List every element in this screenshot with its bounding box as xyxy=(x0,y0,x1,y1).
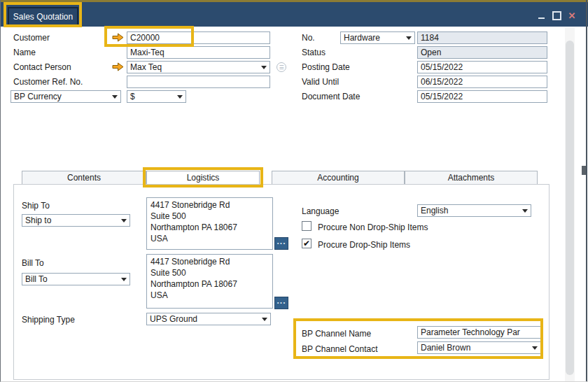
window-right-border xyxy=(586,0,587,382)
checkmark-icon: ✔ xyxy=(303,239,310,248)
shipping-type-value: UPS Ground xyxy=(150,314,197,324)
link-arrow-icon[interactable] xyxy=(112,62,124,71)
bp-channel-contact-select[interactable]: Daniel Brown xyxy=(417,341,541,354)
status-field: Open xyxy=(417,46,547,59)
bill-to-address[interactable]: 4417 Stonebridge Rd Suite 500 Northampto… xyxy=(146,254,273,309)
bill-to-value: Bill To xyxy=(25,274,48,284)
bp-channel-name-input[interactable]: Parameter Technology Par xyxy=(417,326,541,339)
shipping-type-label: Shipping Type xyxy=(22,314,75,325)
status-label: Status xyxy=(302,47,326,58)
chevron-down-icon xyxy=(262,318,267,321)
name-input[interactable]: Maxi-Teq xyxy=(127,46,270,59)
doc-number-field: 1184 xyxy=(417,31,547,44)
maximize-button[interactable] xyxy=(551,10,562,21)
close-button[interactable]: ✕ xyxy=(566,10,578,21)
chevron-down-icon xyxy=(121,219,127,222)
series-value: Hardware xyxy=(344,33,380,43)
chevron-down-icon xyxy=(522,209,528,213)
ship-to-more-button[interactable]: ... xyxy=(274,237,288,250)
bp-channel-contact-label: BP Channel Contact xyxy=(302,344,378,355)
bp-channel-name-label: BP Channel Name xyxy=(302,328,371,339)
series-select[interactable]: Hardware xyxy=(340,31,415,44)
currency-value: $ xyxy=(130,92,135,101)
bill-to-more-button[interactable]: ... xyxy=(274,297,288,309)
contact-person-select[interactable]: Max Teq xyxy=(127,61,270,73)
no-label: No. xyxy=(302,32,315,43)
window-title: Sales Quotation xyxy=(8,7,78,27)
shipping-type-select[interactable]: UPS Ground xyxy=(146,313,271,325)
contact-person-value: Max Teq xyxy=(130,62,162,72)
language-select[interactable]: English xyxy=(417,204,531,217)
bill-to-label: Bill To xyxy=(22,257,44,269)
sales-quotation-window: Sales Quotation ✕ Customer C20000 Name M… xyxy=(0,0,588,382)
chevron-down-icon xyxy=(177,95,183,99)
posting-date-input[interactable]: 05/15/2022 xyxy=(417,61,547,73)
document-date-label: Document Date xyxy=(302,91,360,102)
name-label: Name xyxy=(13,47,36,58)
customer-label: Customer xyxy=(13,32,50,43)
customer-ref-input[interactable] xyxy=(127,76,270,88)
bp-currency-select[interactable]: BP Currency xyxy=(10,90,121,103)
chevron-down-icon xyxy=(261,66,267,69)
customer-ref-label: Customer Ref. No. xyxy=(13,76,83,87)
procure-non-dropship-label: Procure Non Drop-Ship Items xyxy=(318,222,428,233)
document-date-input[interactable]: 05/15/2022 xyxy=(417,90,547,103)
chevron-down-icon xyxy=(121,278,127,281)
title-bar[interactable]: Sales Quotation ✕ xyxy=(1,2,588,27)
chevron-down-icon xyxy=(112,95,118,99)
procure-dropship-label: Procure Drop-Ship Items xyxy=(318,239,410,250)
close-icon: ✕ xyxy=(568,10,576,21)
ship-to-value: Ship to xyxy=(25,215,51,225)
tab-attachments[interactable]: Attachments xyxy=(405,171,538,185)
bill-to-select[interactable]: Bill To xyxy=(22,273,130,285)
link-arrow-icon[interactable] xyxy=(112,33,124,42)
customer-input[interactable]: C20000 xyxy=(127,31,270,44)
language-label: Language xyxy=(302,206,339,217)
posting-date-label: Posting Date xyxy=(302,62,350,73)
chevron-down-icon xyxy=(406,36,412,40)
valid-until-input[interactable]: 06/15/2022 xyxy=(417,76,547,88)
tab-accounting[interactable]: Accounting xyxy=(272,171,405,185)
minimize-button[interactable] xyxy=(536,10,547,21)
ship-to-label: Ship To xyxy=(22,200,50,211)
ship-to-select[interactable]: Ship to xyxy=(22,214,130,227)
procure-dropship-checkbox[interactable]: ✔ xyxy=(302,239,312,248)
minimize-icon xyxy=(538,17,545,19)
choose-from-list-icon[interactable]: ☰ xyxy=(276,62,286,72)
language-value: English xyxy=(421,206,448,215)
bp-currency-label: BP Currency xyxy=(14,92,62,101)
chevron-down-icon xyxy=(532,346,538,350)
tab-logistics[interactable]: Logistics xyxy=(146,171,260,185)
currency-select[interactable]: $ xyxy=(127,90,186,103)
ship-to-address[interactable]: 4417 Stonebridge Rd Suite 500 Northampto… xyxy=(146,197,273,250)
procure-non-dropship-checkbox[interactable] xyxy=(302,221,312,231)
maximize-icon xyxy=(552,11,561,20)
bp-channel-contact-value: Daniel Brown xyxy=(421,343,470,353)
vertical-scrollbar-thumb[interactable] xyxy=(566,41,574,375)
valid-until-label: Valid Until xyxy=(302,76,339,87)
contact-person-label: Contact Person xyxy=(13,62,71,73)
tab-contents[interactable]: Contents xyxy=(22,171,146,185)
